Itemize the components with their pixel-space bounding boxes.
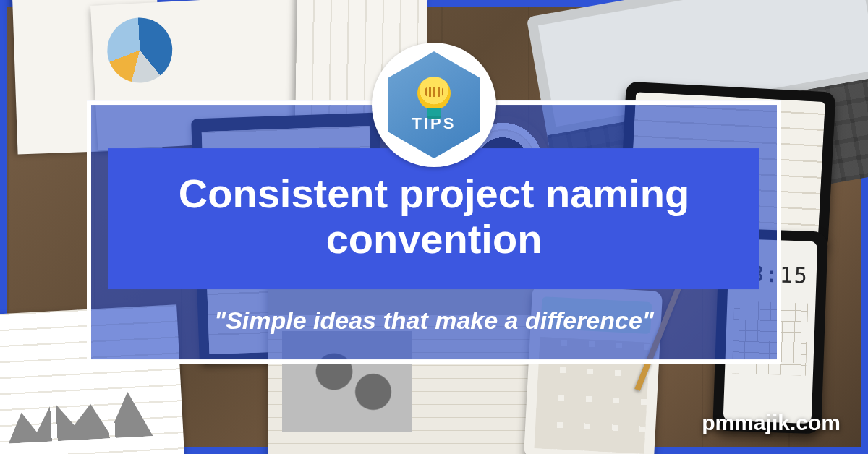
tips-badge: TIPS <box>372 43 496 167</box>
image-frame: 08:15 TIPS Consistent project naming con… <box>0 0 868 454</box>
site-watermark: pmmajik.com <box>702 411 841 435</box>
headline-box: Consistent project naming convention <box>109 148 760 289</box>
lightbulb-icon <box>417 77 451 110</box>
overlay-card: TIPS Consistent project naming conventio… <box>87 100 781 364</box>
hex-badge: TIPS <box>388 51 480 158</box>
tagline: "Simple ideas that make a difference" <box>113 307 755 335</box>
caption-card: TIPS Consistent project naming conventio… <box>87 100 781 364</box>
headline: Consistent project naming convention <box>130 171 738 262</box>
